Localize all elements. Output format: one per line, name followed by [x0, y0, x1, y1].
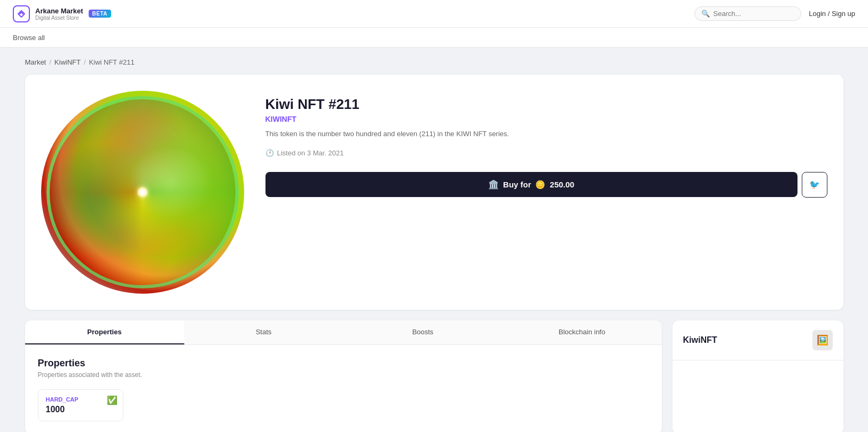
- properties-subtitle: Properties associated with the asset.: [38, 371, 649, 379]
- header-right: 🔍 Login / Sign up: [694, 6, 855, 21]
- sidebar-collection-title[interactable]: KiwiNFT: [683, 335, 717, 345]
- nft-image: [41, 91, 244, 294]
- product-title: Kiwi NFT #211: [265, 96, 827, 113]
- logo-icon: [13, 5, 30, 22]
- logo-subtitle: Digital Asset Store: [35, 15, 83, 21]
- property-item-hardcap: HARD_CAP 1000 ✅: [38, 389, 123, 421]
- tabs: Properties Stats Boosts Blockchain info: [25, 320, 662, 345]
- bottom-section: Properties Stats Boosts Blockchain info …: [25, 320, 843, 432]
- twitter-share-button[interactable]: 🐦: [802, 172, 827, 198]
- sidebar-collection-icon: 🖼️: [812, 330, 833, 350]
- breadcrumb-collection[interactable]: KiwiNFT: [54, 58, 81, 66]
- product-collection[interactable]: KIWINFT: [265, 115, 827, 123]
- breadcrumb-sep-2: /: [84, 58, 86, 66]
- product-info: Kiwi NFT #211 KIWINFT This token is the …: [265, 91, 827, 294]
- product-listed: 🕐 Listed on 3 Mar. 2021: [265, 149, 827, 157]
- sidebar-body: [672, 360, 843, 425]
- logo-title: Arkane Market: [35, 7, 83, 15]
- properties-panel: Properties Stats Boosts Blockchain info …: [25, 320, 662, 432]
- search-box[interactable]: 🔍: [694, 6, 801, 21]
- nft-circle-art: [46, 96, 239, 288]
- header-left: Arkane Market Digital Asset Store BETA: [13, 5, 111, 22]
- header: Arkane Market Digital Asset Store BETA 🔍…: [0, 0, 868, 28]
- tab-stats[interactable]: Stats: [184, 320, 343, 344]
- breadcrumb-sep-1: /: [49, 58, 51, 66]
- wallet-icon: 🏛️: [488, 179, 499, 190]
- search-icon: 🔍: [701, 10, 710, 18]
- properties-content: Properties Properties associated with th…: [25, 345, 662, 432]
- browse-bar: Browse all: [0, 28, 868, 48]
- buy-label: Buy for: [503, 180, 531, 189]
- listed-date: Listed on 3 Mar. 2021: [277, 149, 344, 157]
- logo-text: Arkane Market Digital Asset Store: [35, 7, 83, 21]
- search-input[interactable]: [713, 10, 794, 18]
- breadcrumb: Market / KiwiNFT / Kiwi NFT #211: [25, 58, 843, 66]
- clock-icon: 🕐: [265, 149, 274, 157]
- tab-boosts[interactable]: Boosts: [343, 320, 503, 344]
- property-value-hardcap: 1000: [46, 405, 115, 414]
- browse-all-link[interactable]: Browse all: [13, 34, 45, 42]
- sidebar-header: KiwiNFT 🖼️: [672, 320, 843, 360]
- breadcrumb-market[interactable]: Market: [25, 58, 46, 66]
- buy-button[interactable]: 🏛️ Buy for 🪙 250.00: [265, 172, 797, 197]
- twitter-icon: 🐦: [809, 179, 820, 190]
- property-name-hardcap: HARD_CAP: [46, 396, 115, 403]
- tab-properties[interactable]: Properties: [25, 320, 184, 344]
- product-description: This token is the number two hundred and…: [265, 129, 827, 139]
- buy-price: 250.00: [550, 180, 574, 189]
- property-verified-icon: ✅: [107, 395, 118, 405]
- right-sidebar: KiwiNFT 🖼️: [672, 320, 843, 432]
- product-card: Kiwi NFT #211 KIWINFT This token is the …: [25, 75, 843, 310]
- price-coin-icon: 🪙: [535, 180, 545, 190]
- properties-title: Properties: [38, 358, 649, 369]
- beta-badge: BETA: [89, 10, 111, 18]
- tab-blockchain-info[interactable]: Blockchain info: [503, 320, 662, 344]
- breadcrumb-current: Kiwi NFT #211: [89, 58, 135, 66]
- login-link[interactable]: Login / Sign up: [809, 10, 855, 18]
- main-content: Market / KiwiNFT / Kiwi NFT #211 Kiwi NF…: [12, 48, 856, 432]
- buy-section: 🏛️ Buy for 🪙 250.00 🐦: [265, 172, 827, 198]
